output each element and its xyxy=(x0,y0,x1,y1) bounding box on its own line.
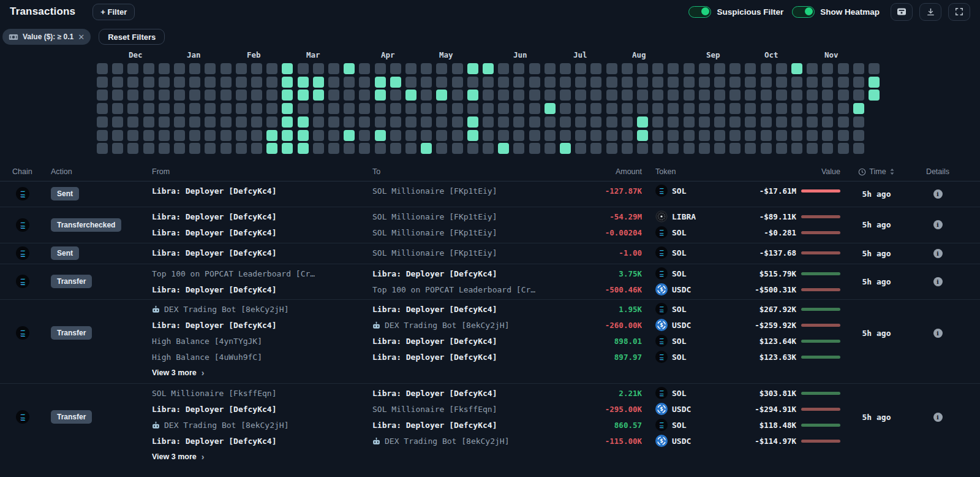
heatmap-cell[interactable] xyxy=(761,116,772,128)
token-item[interactable]: SOL xyxy=(642,417,723,433)
heatmap-cell-active[interactable] xyxy=(467,63,478,74)
heatmap-cell[interactable] xyxy=(714,130,725,141)
to-address[interactable]: Top 100 on POPCAT Leaderboard [Cr… xyxy=(372,285,535,294)
from-address[interactable]: Top 100 on POPCAT Leaderboard [Cr… xyxy=(152,269,315,278)
heatmap-cell[interactable] xyxy=(127,103,138,114)
heatmap-cell[interactable] xyxy=(483,77,494,88)
download-button[interactable] xyxy=(919,3,941,21)
table-row[interactable]: SentLibra: Deployer [DefcyKc4]SOL Millio… xyxy=(0,181,980,207)
heatmap-cell[interactable] xyxy=(822,116,833,128)
to-address[interactable]: SOL Millionaire [FKp1tEiy] xyxy=(372,212,497,221)
heatmap-cell[interactable] xyxy=(575,77,586,88)
heatmap-cell[interactable] xyxy=(853,116,864,128)
heatmap-cell[interactable] xyxy=(266,90,277,101)
heatmap-cell[interactable] xyxy=(652,77,663,88)
reset-filters-button[interactable]: Reset Filters xyxy=(99,29,165,45)
heatmap-cell[interactable] xyxy=(205,63,216,74)
heatmap-cell[interactable] xyxy=(174,130,185,141)
heatmap-cell[interactable] xyxy=(545,90,556,101)
token-item[interactable]: $USDC xyxy=(642,433,723,449)
heatmap-cell[interactable] xyxy=(328,130,339,141)
from-address[interactable]: Libra: Deployer [DefcyKc4] xyxy=(152,212,277,221)
heatmap-cell[interactable] xyxy=(761,130,772,141)
from-address[interactable]: High Balance [4ynTYgJK] xyxy=(152,337,262,346)
heatmap-cell[interactable] xyxy=(251,63,262,74)
from-address[interactable]: Libra: Deployer [DefcyKc4] xyxy=(152,321,277,330)
heatmap-cell[interactable] xyxy=(405,63,417,74)
token-item[interactable]: SOL xyxy=(642,385,723,401)
heatmap-cell[interactable] xyxy=(251,130,262,141)
details-icon[interactable]: i xyxy=(933,220,943,229)
heatmap-cell[interactable] xyxy=(714,116,725,128)
heatmap-cell[interactable] xyxy=(298,103,309,114)
heatmap-cell[interactable] xyxy=(266,77,277,88)
heatmap-cell[interactable] xyxy=(375,143,386,154)
heatmap-cell[interactable] xyxy=(545,130,556,141)
heatmap-cell[interactable] xyxy=(622,77,633,88)
heatmap-cell-active[interactable] xyxy=(375,90,386,101)
heatmap-cell[interactable] xyxy=(853,90,864,101)
heatmap-cell[interactable] xyxy=(652,103,663,114)
heatmap-cell[interactable] xyxy=(622,130,633,141)
heatmap-cell[interactable] xyxy=(560,116,571,128)
heatmap-cell[interactable] xyxy=(221,63,232,74)
heatmap-cell[interactable] xyxy=(221,116,232,128)
heatmap-cell-active[interactable] xyxy=(282,130,293,141)
heatmap-cell[interactable] xyxy=(529,103,540,114)
heatmap-cell-active[interactable] xyxy=(282,77,293,88)
heatmap-cell[interactable] xyxy=(761,63,772,74)
to-address[interactable]: SOL Millionaire [FksffEqn] xyxy=(372,405,497,414)
heatmap-cell[interactable] xyxy=(729,90,741,101)
heatmap-cell[interactable] xyxy=(127,77,138,88)
heatmap-cell[interactable] xyxy=(807,130,818,141)
heatmap-cell[interactable] xyxy=(575,116,586,128)
heatmap-cell[interactable] xyxy=(97,63,108,74)
heatmap-cell[interactable] xyxy=(513,90,524,101)
heatmap-cell[interactable] xyxy=(159,77,170,88)
heatmap-cell[interactable] xyxy=(529,130,540,141)
to-address[interactable]: SOL Millionaire [FKp1tEiy] xyxy=(372,228,497,237)
heatmap-cell[interactable] xyxy=(359,63,370,74)
heatmap-cell[interactable] xyxy=(159,90,170,101)
heatmap-cell[interactable] xyxy=(668,77,679,88)
heatmap-cell[interactable] xyxy=(637,90,648,101)
heatmap-cell[interactable] xyxy=(776,90,787,101)
close-icon[interactable]: ✕ xyxy=(78,33,85,41)
heatmap-cell[interactable] xyxy=(729,103,741,114)
heatmap-cell[interactable] xyxy=(761,77,772,88)
to-address[interactable]: SOL Millionaire [FKp1tEiy] xyxy=(372,186,497,196)
heatmap-cell[interactable] xyxy=(375,116,386,128)
heatmap-cell[interactable] xyxy=(221,77,232,88)
heatmap-cell[interactable] xyxy=(189,77,200,88)
heatmap-cell[interactable] xyxy=(590,143,601,154)
heatmap-cell[interactable] xyxy=(529,63,540,74)
heatmap-cell[interactable] xyxy=(606,77,617,88)
heatmap-cell[interactable] xyxy=(236,90,247,101)
heatmap-cell[interactable] xyxy=(143,77,154,88)
heatmap-cell[interactable] xyxy=(251,143,262,154)
heatmap-cell[interactable] xyxy=(452,63,463,74)
heatmap-cell[interactable] xyxy=(436,103,447,114)
heatmap-cell[interactable] xyxy=(838,143,849,154)
to-address[interactable]: Libra: Deployer [DefcyKc4] xyxy=(372,269,497,278)
heatmap-cell[interactable] xyxy=(637,77,648,88)
heatmap-cell[interactable] xyxy=(189,63,200,74)
heatmap-cell[interactable] xyxy=(699,90,710,101)
heatmap-cell[interactable] xyxy=(529,90,540,101)
heatmap-cell[interactable] xyxy=(838,77,849,88)
heatmap-cell[interactable] xyxy=(668,130,679,141)
to-address[interactable]: Libra: Deployer [DefcyKc4] xyxy=(372,389,497,398)
table-row[interactable]: TransferSOL Millionaire [FksffEqn]Libra:… xyxy=(0,384,980,477)
heatmap-cell[interactable] xyxy=(221,130,232,141)
heatmap-cell[interactable] xyxy=(236,130,247,141)
details-icon[interactable]: i xyxy=(933,189,943,199)
from-address[interactable]: SOL Millionaire [FksffEqn] xyxy=(152,389,277,398)
heatmap-cell-active[interactable] xyxy=(313,77,324,88)
heatmap-cell[interactable] xyxy=(513,143,524,154)
heatmap-cell[interactable] xyxy=(328,77,339,88)
heatmap-cell[interactable] xyxy=(97,143,108,154)
heatmap-cell[interactable] xyxy=(421,130,432,141)
heatmap-cell[interactable] xyxy=(159,103,170,114)
heatmap-cell[interactable] xyxy=(776,116,787,128)
heatmap-cell[interactable] xyxy=(143,130,154,141)
